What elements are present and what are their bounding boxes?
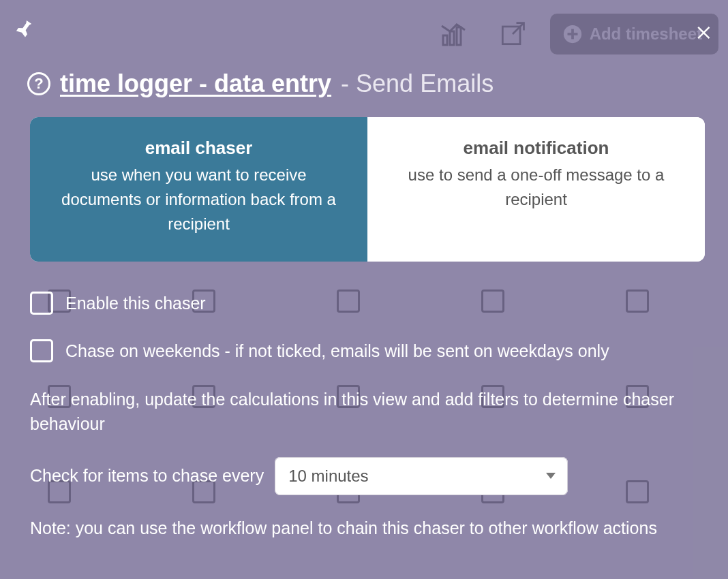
enable-chaser-checkbox[interactable]	[30, 292, 53, 315]
tab-email-notification[interactable]: email notification use to send a one-off…	[367, 117, 705, 262]
close-icon[interactable]	[691, 19, 718, 46]
tab-email-chaser[interactable]: email chaser use when you want to receiv…	[30, 117, 367, 262]
modal-title-suffix: - Send Emails	[341, 69, 494, 98]
send-emails-modal: ? time logger - data entry - Send Emails…	[4, 12, 728, 579]
help-icon[interactable]: ?	[27, 72, 50, 95]
chevron-down-icon	[546, 473, 556, 479]
modal-title: ? time logger - data entry - Send Emails	[4, 42, 728, 98]
modal-title-main[interactable]: time logger - data entry	[60, 69, 331, 98]
chase-weekends-checkbox[interactable]	[30, 339, 53, 362]
chase-weekends-row: Chase on weekends - if not ticked, email…	[30, 339, 703, 362]
chase-weekends-label: Chase on weekends - if not ticked, email…	[65, 340, 609, 362]
pin-icon[interactable]	[11, 15, 38, 42]
enable-chaser-row: Enable this chaser	[30, 292, 703, 315]
chase-interval-select[interactable]: 10 minutes	[275, 457, 568, 495]
chase-interval-label: Check for items to chase every	[30, 466, 264, 486]
chase-interval-row: Check for items to chase every 10 minute…	[30, 457, 703, 495]
tab-title: email notification	[391, 138, 682, 159]
tab-description: use to send a one-off message to a recip…	[391, 163, 682, 212]
tab-title: email chaser	[53, 138, 344, 159]
enable-chaser-label: Enable this chaser	[65, 292, 206, 315]
tab-description: use when you want to receive documents o…	[53, 163, 344, 236]
note-workflow: Note: you can use the workflow panel to …	[30, 516, 703, 540]
info-after-enable: After enabling, update the calculations …	[30, 387, 703, 437]
email-mode-tabs: email chaser use when you want to receiv…	[30, 117, 705, 262]
chase-interval-value: 10 minutes	[288, 467, 368, 486]
